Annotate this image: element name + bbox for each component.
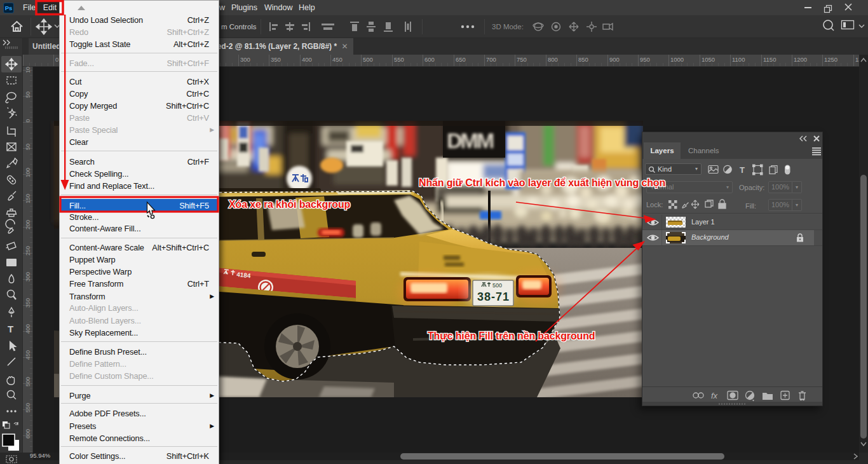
svg-text:m Controls: m Controls [221, 23, 257, 31]
svg-text:500: 500 [492, 282, 502, 289]
svg-text:DMM: DMM [447, 128, 494, 153]
svg-text:38-71: 38-71 [477, 290, 510, 303]
svg-text:3D Mode:: 3D Mode: [492, 23, 524, 31]
svg-text:fx: fx [711, 391, 718, 400]
svg-text:T: T [740, 165, 745, 175]
svg-text:T: T [8, 324, 13, 334]
